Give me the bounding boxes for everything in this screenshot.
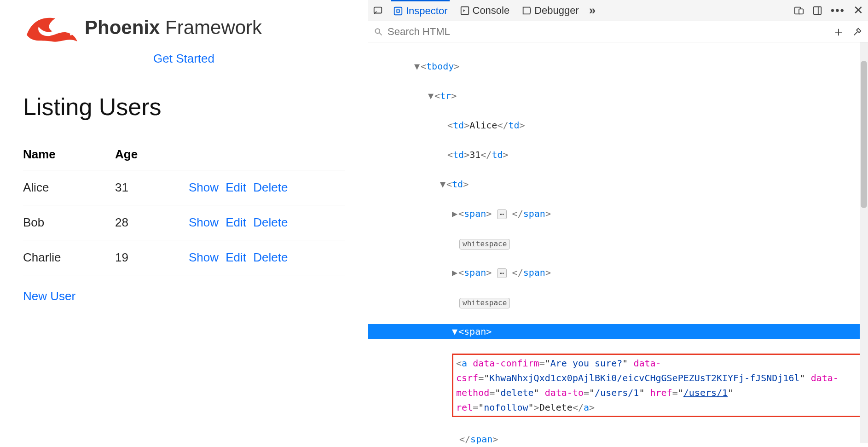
phoenix-app-panel: Phoenix Framework Get Started Listing Us… (0, 0, 368, 447)
page-title: Listing Users (23, 93, 345, 121)
tab-debugger[interactable]: Debugger (520, 0, 581, 21)
svg-rect-2 (394, 7, 402, 15)
logo-text: Phoenix Framework (85, 17, 262, 39)
delete-link[interactable]: Delete (253, 215, 288, 229)
app-header: Phoenix Framework Get Started (0, 0, 368, 79)
iframe-picker-icon[interactable] (373, 6, 383, 16)
search-html-input[interactable] (388, 26, 827, 38)
cell-age: 31 (115, 170, 189, 205)
svg-rect-8 (814, 6, 822, 14)
svg-rect-7 (799, 9, 803, 14)
svg-rect-3 (397, 10, 399, 12)
responsive-mode-icon[interactable] (794, 6, 804, 16)
dock-side-icon[interactable] (812, 6, 822, 16)
devtools-search-bar: ＋ (368, 21, 868, 42)
cell-name: Bob (23, 205, 115, 240)
users-table: Name Age Alice 31 Show Edit Delete Bob (23, 139, 345, 275)
logo-text-bold: Phoenix (85, 17, 160, 38)
kebab-menu-icon[interactable]: ••• (831, 4, 845, 17)
delete-link[interactable]: Delete (253, 180, 288, 194)
cell-actions: Show Edit Delete (189, 170, 345, 205)
show-link[interactable]: Show (189, 250, 219, 264)
cell-actions: Show Edit Delete (189, 205, 345, 240)
search-icon (374, 27, 383, 36)
whitespace-badge: whitespace (459, 298, 510, 308)
svg-point-0 (70, 34, 72, 35)
app-main: Listing Users Name Age Alice 31 Show Edi… (0, 79, 368, 317)
devtools-toolbar: Inspector Console Debugger » ••• ✕ (368, 0, 868, 21)
table-row: Bob 28 Show Edit Delete (23, 205, 345, 240)
show-link[interactable]: Show (189, 180, 219, 194)
vertical-scrollbar[interactable] (860, 42, 868, 443)
cell-actions: Show Edit Delete (189, 240, 345, 275)
svg-line-11 (380, 33, 382, 35)
more-tabs-icon[interactable]: » (589, 3, 596, 17)
tab-console[interactable]: Console (458, 0, 512, 21)
tab-debugger-label: Debugger (534, 5, 579, 17)
cell-name: Alice (23, 170, 115, 205)
edit-link[interactable]: Edit (226, 180, 246, 194)
th-name: Name (23, 139, 115, 170)
close-devtools-icon[interactable]: ✕ (853, 3, 863, 17)
delete-link[interactable]: Delete (253, 250, 288, 264)
svg-point-10 (375, 29, 380, 33)
scrollbar-thumb[interactable] (861, 61, 867, 208)
logo-text-light: Framework (165, 17, 262, 38)
selected-dom-node: ▼<span> (368, 324, 868, 339)
new-user-link[interactable]: New User (23, 289, 75, 303)
cell-age: 19 (115, 240, 189, 275)
show-link[interactable]: Show (189, 215, 219, 229)
eyedropper-icon[interactable] (852, 27, 862, 37)
table-row: Charlie 19 Show Edit Delete (23, 240, 345, 275)
devtools-panel: Inspector Console Debugger » ••• ✕ ＋ (368, 0, 868, 447)
dom-tree[interactable]: ▼<tbody> ▼<tr> <td>Alice</td> <td>31</td… (368, 42, 868, 447)
tab-console-label: Console (473, 5, 510, 17)
phoenix-logo-icon (23, 9, 78, 46)
logo-row: Phoenix Framework (23, 9, 345, 46)
highlighted-anchor-node: <a data-confirm="Are you sure?" data-csr… (452, 354, 862, 417)
tab-inspector-label: Inspector (406, 5, 448, 17)
th-age: Age (115, 139, 189, 170)
th-actions (189, 139, 345, 170)
cell-age: 28 (115, 205, 189, 240)
get-started-link[interactable]: Get Started (23, 52, 345, 66)
edit-link[interactable]: Edit (226, 250, 246, 264)
tab-inspector[interactable]: Inspector (391, 0, 450, 21)
cell-name: Charlie (23, 240, 115, 275)
svg-marker-5 (523, 7, 531, 14)
edit-link[interactable]: Edit (226, 215, 246, 229)
whitespace-badge: whitespace (459, 239, 510, 250)
table-row: Alice 31 Show Edit Delete (23, 170, 345, 205)
add-node-icon[interactable]: ＋ (832, 23, 845, 41)
